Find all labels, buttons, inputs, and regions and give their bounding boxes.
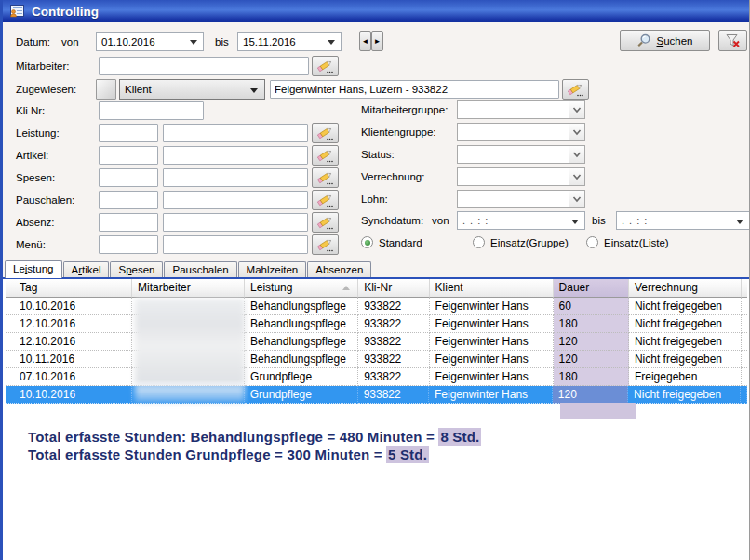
lohn-label: Lohn: [361, 193, 388, 205]
menu-edit-button[interactable] [312, 234, 339, 255]
column-header-klient[interactable]: Klient [430, 279, 554, 298]
chevron-down-icon[interactable] [569, 168, 584, 185]
tab-artikel[interactable]: Artikel [63, 261, 110, 278]
synchdatum-from-picker[interactable]: . . : : [457, 211, 585, 230]
radio-selected-icon[interactable] [361, 236, 373, 248]
artikel-edit-button[interactable] [312, 145, 339, 166]
leistung-edit-button[interactable] [312, 123, 339, 143]
table-row[interactable]: 07.10.2016 Grundpflege 933822 Feigenwint… [6, 368, 747, 386]
artikel-text-input[interactable] [163, 146, 308, 165]
cell-verrechnung: Nicht freigegeben [629, 315, 742, 333]
mitarbeiter-edit-button[interactable] [312, 56, 339, 76]
pencil-icon [567, 83, 584, 97]
zugewiesen-edit-button[interactable] [562, 79, 589, 100]
sort-ascending-icon [342, 286, 350, 290]
cell-klinr: 933822 [358, 333, 429, 351]
tab-strip: Leistung Artikel Spesen Pauschalen Mahlz… [5, 260, 372, 278]
total-hours-grundpflege: 5 Std. [386, 446, 429, 463]
radio-einsatz-gruppe[interactable]: Einsatz(Gruppe) [473, 236, 569, 248]
table-row[interactable]: 10.11.2016 Behandlungspflege 933822 Feig… [6, 351, 747, 368]
title-bar[interactable]: Controlling [3, 0, 749, 22]
leistung-text-input[interactable] [163, 124, 308, 142]
tab-mahlzeiten[interactable]: Mahlzeiten [238, 261, 307, 278]
clear-filter-icon [725, 33, 741, 48]
radio-einsatz-liste[interactable]: Einsatz(Liste) [586, 236, 669, 248]
zugewiesen-type-value: Klient [125, 84, 152, 95]
verrechnung-label: Verrechnung: [361, 171, 424, 182]
cell-dauer: 120 [554, 351, 629, 368]
tab-absenzen[interactable]: Absenzen [307, 261, 371, 278]
leistung-code-input[interactable] [99, 124, 158, 142]
absenz-text-input[interactable] [163, 213, 308, 232]
spesen-text-input[interactable] [163, 168, 308, 187]
chevron-down-icon[interactable] [569, 191, 584, 207]
column-header-klinr[interactable]: Kli-Nr [358, 279, 429, 298]
column-header-mitarbeiter[interactable]: Mitarbeiter [132, 279, 245, 298]
cell-verrechnung: Nicht freigegeben [629, 333, 742, 351]
zugewiesen-value-input[interactable]: Feigenwinter Hans, Luzern - 933822 [270, 80, 559, 99]
klientengruppe-select[interactable] [457, 123, 585, 141]
radio-standard[interactable]: Standard [361, 236, 422, 248]
next-period-button[interactable]: ► [371, 31, 383, 51]
tab-pauschalen[interactable]: Pauschalen [164, 261, 236, 278]
window-title: Controlling [32, 5, 99, 19]
status-select[interactable] [457, 145, 585, 164]
spesen-code-input[interactable] [99, 168, 158, 187]
klinr-input[interactable] [99, 101, 204, 120]
zugewiesen-square-button[interactable] [96, 79, 116, 100]
clear-filter-button[interactable] [718, 30, 747, 51]
radio-unselected-icon[interactable] [586, 236, 598, 248]
menu-text-input[interactable] [163, 235, 308, 254]
date-from-picker[interactable]: 01.10.2016 [96, 32, 204, 51]
dropdown-caret-icon[interactable] [328, 40, 335, 45]
dropdown-caret-icon[interactable] [736, 220, 743, 224]
table-row[interactable]: 10.10.2016 Behandlungspflege 933822 Feig… [6, 298, 747, 315]
absenz-code-input[interactable] [99, 213, 158, 232]
chevron-down-icon[interactable] [569, 124, 584, 140]
table-row[interactable]: 12.10.2016 Behandlungspflege 933822 Feig… [6, 333, 747, 351]
pauschalen-text-input[interactable] [163, 191, 308, 209]
table-row-selected[interactable]: 10.10.2016 Grundpflege 933822 Feigenwint… [6, 386, 747, 404]
cell-dauer: 180 [554, 315, 629, 333]
synchdatum-to-picker[interactable]: . . : : [616, 211, 750, 230]
mitarbeiter-input[interactable] [99, 57, 309, 75]
chevron-down-icon[interactable] [569, 146, 584, 163]
zugewiesen-type-combobox[interactable]: Klient [119, 79, 265, 100]
prev-period-button[interactable]: ◄ [359, 31, 371, 51]
column-header-leistung[interactable]: Leistung [245, 279, 358, 298]
menu-code-input[interactable] [99, 235, 158, 254]
column-header-filler [742, 279, 747, 298]
absenz-edit-button[interactable] [312, 212, 339, 233]
totals-text: Total erfasste Stunden: Behandlungspfleg… [28, 429, 481, 463]
zugewiesen-label: Zugewiesen: [16, 84, 76, 95]
total-line-grundpflege: Total erfasste Stunden Grundpflege = 300… [28, 447, 481, 464]
spesen-edit-button[interactable] [312, 167, 339, 188]
verrechnung-select[interactable] [457, 167, 585, 186]
dropdown-caret-icon[interactable] [571, 220, 579, 224]
pauschalen-edit-button[interactable] [312, 190, 339, 210]
cell-tag: 12.10.2016 [6, 333, 132, 351]
synch-bis-label: bis [592, 215, 606, 226]
lohn-select[interactable] [457, 190, 585, 208]
date-to-picker[interactable]: 15.11.2016 [237, 32, 342, 51]
column-header-tag[interactable]: Tag [6, 279, 132, 298]
suchen-button[interactable]: Suchen [620, 30, 710, 51]
artikel-code-input[interactable] [99, 146, 158, 165]
pauschalen-code-input[interactable] [99, 191, 158, 209]
dropdown-caret-icon[interactable] [250, 88, 258, 93]
tab-spesen[interactable]: Spesen [110, 261, 163, 278]
cell-dauer: 180 [554, 368, 629, 386]
right-arrow-icon: ► [374, 37, 382, 46]
column-header-verrechnung[interactable]: Verrechnung [629, 279, 742, 298]
leistung-grid: Tag Mitarbeiter Leistung Kli-Nr Klient D… [3, 279, 749, 560]
mitarbeitergruppe-select[interactable] [457, 100, 585, 119]
artikel-label: Artikel: [16, 150, 48, 161]
synch-von-label: von [432, 215, 449, 226]
table-row[interactable]: 12.10.2016 Behandlungspflege 933822 Feig… [6, 315, 747, 333]
radio-standard-label: Standard [379, 237, 422, 248]
chevron-down-icon[interactable] [569, 101, 584, 118]
tab-leistung[interactable]: Leistung [5, 260, 62, 278]
radio-unselected-icon[interactable] [473, 236, 485, 248]
dropdown-caret-icon[interactable] [190, 40, 197, 45]
column-header-dauer[interactable]: Dauer [554, 279, 629, 298]
